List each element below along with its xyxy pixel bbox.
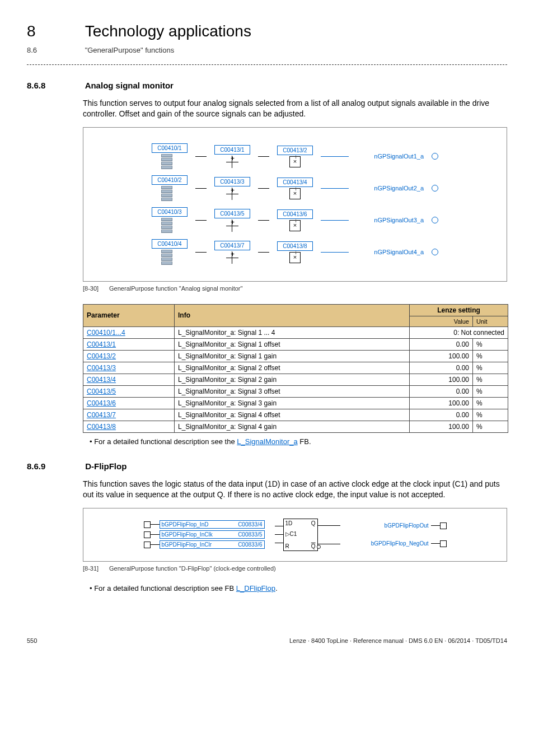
inverter-bubble bbox=[317, 545, 321, 549]
output-signal-label: nGPSignalOut1_a bbox=[357, 153, 424, 160]
wire bbox=[431, 543, 440, 544]
figure-caption-dflipflop: [8-31] GeneralPurpose function "D-FlipFl… bbox=[83, 565, 507, 572]
table-row: C00413/2 L_SignalMonitor_a: Signal 1 gai… bbox=[83, 350, 508, 362]
footnote-text-post: FB. bbox=[298, 437, 311, 446]
table-row: C00413/6 L_SignalMonitor_a: Signal 3 gai… bbox=[83, 397, 508, 409]
wire bbox=[321, 220, 349, 221]
wire bbox=[258, 220, 269, 221]
figure-caption-text: GeneralPurpose function "D-FlipFlop" (cl… bbox=[109, 565, 276, 572]
selector-icon bbox=[161, 250, 178, 265]
param-value: 0.00 bbox=[410, 338, 473, 350]
input-terminal-icon bbox=[144, 531, 151, 538]
param-info: L_SignalMonitor_a: Signal 3 gain bbox=[175, 397, 410, 409]
footnote-text-pre: For a detailed functional description se… bbox=[94, 584, 236, 592]
gain-icon: ↓ bbox=[289, 220, 301, 231]
param-link-selector[interactable]: C00410/2 bbox=[152, 175, 188, 185]
footnote-link-dflipflop[interactable]: L_DFlipFlop bbox=[236, 584, 275, 592]
param-code-link[interactable]: C00413/4 bbox=[87, 376, 116, 384]
input-label-box: bGPDFlipFlop_InD C00833/4 bbox=[160, 520, 265, 529]
wire bbox=[195, 156, 207, 157]
offset-icon bbox=[226, 220, 238, 232]
subsection-number: 8.6 bbox=[27, 46, 83, 54]
table-row: C00413/1 L_SignalMonitor_a: Signal 1 off… bbox=[83, 338, 508, 350]
page-number: 550 bbox=[27, 637, 37, 644]
param-link-offset[interactable]: C00413/5 bbox=[214, 209, 250, 218]
param-link-offset[interactable]: C00413/7 bbox=[214, 241, 250, 250]
parameter-table: Parameter Info Lenze setting Value Unit … bbox=[83, 304, 508, 433]
footer-meta: Lenze · 8400 TopLine · Reference manual … bbox=[289, 637, 507, 644]
subsection-title: "GeneralPurpose" functions bbox=[85, 46, 175, 54]
table-header-parameter: Parameter bbox=[83, 304, 175, 326]
subsection-line: 8.6 "GeneralPurpose" functions bbox=[27, 46, 507, 54]
section-heading-dflipflop: 8.6.9 D-FlipFlop bbox=[27, 461, 507, 471]
chapter-title: Technology applications bbox=[85, 22, 251, 40]
pin-qn: Q bbox=[311, 543, 316, 549]
selector-icon bbox=[161, 154, 178, 170]
param-value: 100.00 bbox=[410, 374, 473, 385]
wire bbox=[275, 543, 284, 543]
param-code-link[interactable]: C00413/7 bbox=[87, 411, 116, 419]
param-link-selector[interactable]: C00410/4 bbox=[152, 239, 188, 249]
input-param-code[interactable]: C00833/5 bbox=[238, 531, 262, 538]
table-header-value: Value bbox=[410, 316, 473, 326]
gain-icon: ↓ bbox=[289, 188, 301, 199]
param-code-link[interactable]: C00413/2 bbox=[87, 352, 116, 360]
wire bbox=[275, 526, 284, 526]
selector-icon bbox=[161, 218, 178, 234]
figure-index: [8-31] bbox=[83, 565, 107, 572]
input-param-code[interactable]: C00833/4 bbox=[238, 521, 262, 528]
param-link-selector[interactable]: C00410/3 bbox=[152, 207, 188, 217]
param-unit: % bbox=[473, 385, 508, 397]
param-code-link[interactable]: C00413/6 bbox=[87, 399, 116, 407]
offset-icon bbox=[226, 251, 238, 264]
param-code-link[interactable]: C00413/3 bbox=[87, 364, 116, 372]
output-signal-label: nGPSignalOut2_a bbox=[357, 185, 424, 192]
footnote-dflipflop: For a detailed functional description se… bbox=[90, 584, 507, 592]
param-code-link[interactable]: C00413/8 bbox=[87, 423, 116, 431]
param-link-offset[interactable]: C00413/1 bbox=[214, 145, 250, 155]
wire bbox=[258, 188, 269, 189]
param-code-link[interactable]: C00413/1 bbox=[87, 340, 116, 348]
param-link-offset[interactable]: C00413/3 bbox=[214, 177, 250, 186]
output-terminal-icon bbox=[440, 522, 447, 529]
param-value: 0.00 bbox=[410, 362, 473, 374]
gain-icon: ↓ bbox=[289, 252, 301, 263]
input-signal-name: bGPDFlipFlop_InClr bbox=[162, 542, 212, 548]
input-signal-name: bGPDFlipFlop_InClk bbox=[162, 531, 213, 538]
param-code-link[interactable]: C00410/1...4 bbox=[87, 329, 125, 337]
selector-icon bbox=[161, 186, 178, 202]
input-param-code[interactable]: C00833/6 bbox=[238, 542, 262, 548]
output-signal-label: nGPSignalOut3_a bbox=[357, 217, 424, 223]
footnote-text-post: . bbox=[275, 584, 278, 592]
signal-channel-row: C00410/3 C00413/5 C00413/6 ↓ nGPSignalOu… bbox=[83, 207, 507, 234]
param-info: L_SignalMonitor_a: Signal 1 offset bbox=[175, 338, 410, 350]
signal-channel-row: C00410/4 C00413/7 C00413/8 ↓ nGPSignalOu… bbox=[83, 239, 507, 265]
param-unit: % bbox=[473, 362, 508, 374]
output-signal-label: nGPSignalOut4_a bbox=[357, 249, 424, 255]
table-row: C00413/5 L_SignalMonitor_a: Signal 3 off… bbox=[83, 385, 508, 397]
output-signal-name: bGPDFlipFlopOut bbox=[350, 522, 431, 529]
param-unit: % bbox=[473, 397, 508, 409]
param-info: L_SignalMonitor_a: Signal 3 offset bbox=[175, 385, 410, 397]
param-link-selector[interactable]: C00410/1 bbox=[152, 143, 188, 153]
pin-1d: 1D bbox=[285, 520, 293, 526]
table-header-lenze: Lenze setting bbox=[410, 304, 508, 316]
param-info: L_SignalMonitor_a: Signal 1 gain bbox=[175, 350, 410, 362]
param-info: L_SignalMonitor_a: Signal 1 ... 4 bbox=[175, 326, 410, 338]
section-title: Analog signal monitor bbox=[85, 81, 174, 90]
wire bbox=[151, 544, 160, 545]
param-code-link[interactable]: C00413/5 bbox=[87, 388, 116, 395]
footnote-link-signalmonitor[interactable]: L_SignalMonitor_a bbox=[237, 437, 297, 446]
param-info: L_SignalMonitor_a: Signal 2 gain bbox=[175, 374, 410, 385]
input-terminal-icon bbox=[144, 521, 151, 528]
pin-r: R bbox=[285, 543, 289, 549]
wire bbox=[195, 252, 207, 253]
flipflop-output-row: bGPDFlipFlop_NegOut bbox=[350, 540, 447, 547]
input-terminal-icon bbox=[144, 542, 151, 548]
section-number: 8.6.9 bbox=[27, 461, 83, 471]
page-footer: 550 Lenze · 8400 TopLine · Reference man… bbox=[27, 637, 507, 644]
offset-icon bbox=[226, 188, 238, 200]
flipflop-block: 1D Q ▷C1 R Q bbox=[283, 519, 318, 551]
param-value: 0.00 bbox=[410, 409, 473, 421]
wire bbox=[195, 220, 207, 221]
